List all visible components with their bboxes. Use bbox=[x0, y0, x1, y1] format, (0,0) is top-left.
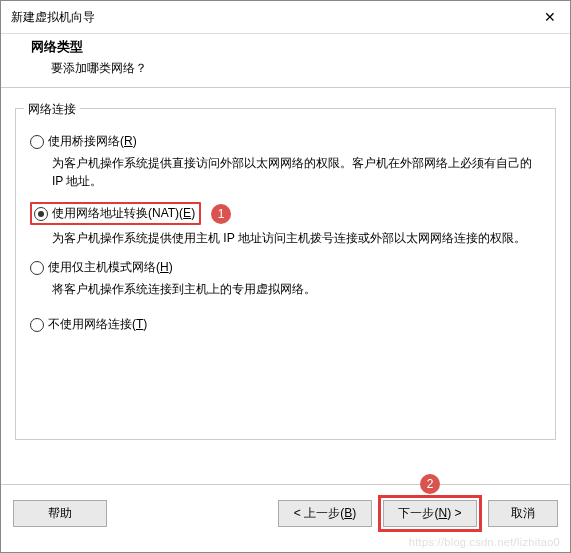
radio-icon bbox=[30, 135, 44, 149]
radio-label: 不使用网络连接(T) bbox=[48, 316, 147, 333]
network-fieldset: 网络连接 使用桥接网络(R) 为客户机操作系统提供直接访问外部以太网网络的权限。… bbox=[15, 108, 556, 440]
window-title: 新建虚拟机向导 bbox=[11, 9, 540, 26]
option-desc: 为客户机操作系统提供直接访问外部以太网网络的权限。客户机在外部网络上必须有自己的… bbox=[52, 154, 541, 190]
next-highlight: 2 下一步(N) > bbox=[378, 495, 482, 532]
callout-badge-1: 1 bbox=[211, 204, 231, 224]
option-desc: 将客户机操作系统连接到主机上的专用虚拟网络。 bbox=[52, 280, 541, 298]
option-none: 不使用网络连接(T) bbox=[30, 316, 541, 333]
radio-none[interactable]: 不使用网络连接(T) bbox=[30, 316, 541, 333]
watermark-text: https://blog.csdn.net/lizhitao0 bbox=[409, 536, 560, 548]
selection-highlight: 使用网络地址转换(NAT)(E) bbox=[30, 202, 201, 225]
option-desc: 为客户机操作系统提供使用主机 IP 地址访问主机拨号连接或外部以太网网络连接的权… bbox=[52, 229, 541, 247]
radio-hostonly[interactable]: 使用仅主机模式网络(H) bbox=[30, 259, 541, 276]
close-icon[interactable]: ✕ bbox=[540, 7, 560, 27]
wizard-footer: 帮助 < 上一步(B) 2 下一步(N) > 取消 https://blog.c… bbox=[1, 484, 570, 552]
radio-label: 使用网络地址转换(NAT)(E) bbox=[52, 205, 195, 222]
callout-badge-2: 2 bbox=[420, 474, 440, 494]
titlebar: 新建虚拟机向导 ✕ bbox=[1, 1, 570, 34]
radio-icon bbox=[30, 261, 44, 275]
help-button[interactable]: 帮助 bbox=[13, 500, 107, 527]
radio-icon bbox=[34, 207, 48, 221]
radio-label: 使用桥接网络(R) bbox=[48, 133, 137, 150]
radio-nat[interactable]: 使用网络地址转换(NAT)(E) 1 bbox=[30, 202, 541, 225]
next-button[interactable]: 下一步(N) > bbox=[383, 500, 477, 527]
option-bridged: 使用桥接网络(R) 为客户机操作系统提供直接访问外部以太网网络的权限。客户机在外… bbox=[30, 133, 541, 190]
option-nat: 使用网络地址转换(NAT)(E) 1 为客户机操作系统提供使用主机 IP 地址访… bbox=[30, 202, 541, 247]
back-button[interactable]: < 上一步(B) bbox=[278, 500, 372, 527]
option-hostonly: 使用仅主机模式网络(H) 将客户机操作系统连接到主机上的专用虚拟网络。 bbox=[30, 259, 541, 298]
page-subtitle: 要添加哪类网络？ bbox=[51, 60, 554, 77]
radio-icon bbox=[30, 318, 44, 332]
fieldset-legend: 网络连接 bbox=[24, 101, 80, 118]
content-area: 网络连接 使用桥接网络(R) 为客户机操作系统提供直接访问外部以太网网络的权限。… bbox=[1, 88, 570, 484]
radio-bridged[interactable]: 使用桥接网络(R) bbox=[30, 133, 541, 150]
cancel-button[interactable]: 取消 bbox=[488, 500, 558, 527]
page-title: 网络类型 bbox=[31, 38, 554, 56]
wizard-header: 网络类型 要添加哪类网络？ bbox=[1, 34, 570, 88]
radio-label: 使用仅主机模式网络(H) bbox=[48, 259, 173, 276]
